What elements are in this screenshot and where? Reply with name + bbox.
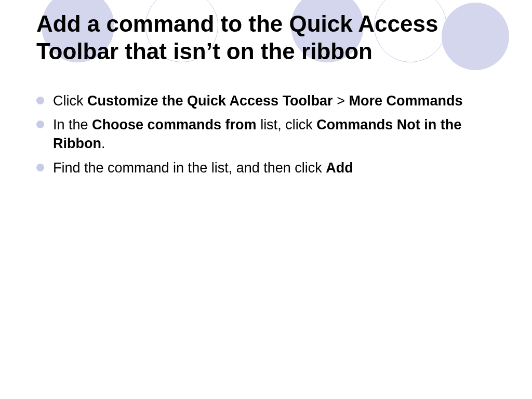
step-text: In the [53, 117, 92, 132]
step-text: Click [53, 93, 87, 109]
step-item: Find the command in the list, and then c… [36, 158, 496, 177]
step-text: > [333, 93, 349, 109]
step-text-bold: More Commands [349, 93, 462, 109]
step-text-bold: Choose commands from [92, 117, 257, 132]
slide-content: Add a command to the Quick Access Toolba… [0, 0, 532, 177]
step-text: list, click [257, 117, 317, 132]
step-text: . [101, 136, 105, 151]
step-text: Find the command in the list, and then c… [53, 160, 326, 176]
step-text-bold: Customize the Quick Access Toolbar [87, 93, 333, 109]
slide-title: Add a command to the Quick Access Toolba… [36, 10, 496, 65]
step-item: Click Customize the Quick Access Toolbar… [36, 91, 496, 110]
steps-list: Click Customize the Quick Access Toolbar… [36, 91, 496, 178]
step-text-bold: Add [326, 160, 353, 176]
step-item: In the Choose commands from list, click … [36, 115, 496, 153]
